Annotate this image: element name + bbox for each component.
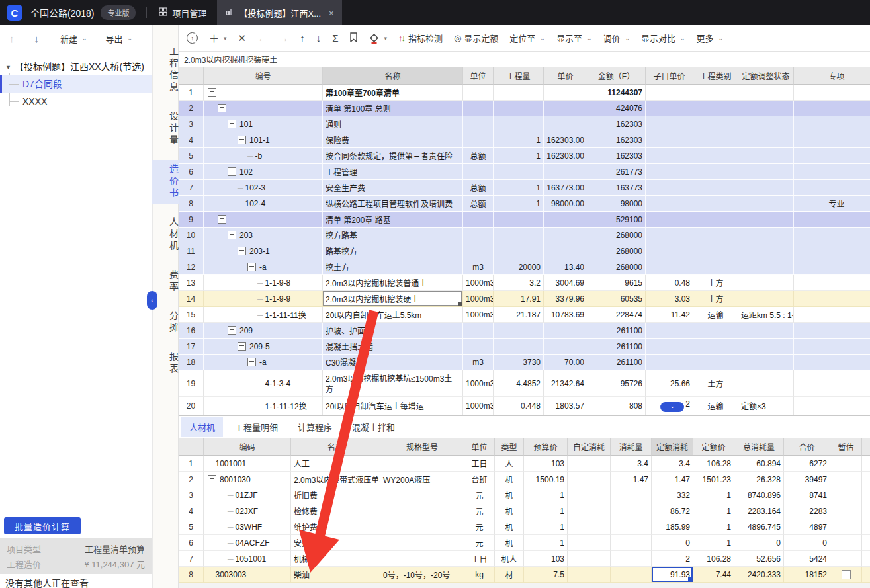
cell-sub[interactable] [646, 85, 693, 101]
cell-tcons[interactable]: 0 [734, 535, 784, 551]
cell-est[interactable] [830, 535, 862, 551]
cell-code[interactable]: ─102-4 [204, 196, 323, 212]
cell-sub[interactable]: 11.42 [646, 307, 693, 323]
cell-adj[interactable] [738, 291, 794, 307]
cell-amt[interactable]: 60535 [587, 291, 646, 307]
cell-est[interactable] [830, 519, 862, 535]
table-row[interactable]: 2清单 第100章 总则424076 [179, 101, 870, 116]
cell-cons[interactable]: 3.4 [611, 456, 652, 472]
cell-code[interactable]: ─3003003 [204, 567, 291, 583]
collapse-icon[interactable] [208, 475, 216, 483]
side-tab-labor-material[interactable]: 人材机 [152, 213, 179, 257]
cell-qprice[interactable]: 1501.23 [693, 472, 734, 487]
column-header[interactable]: 单价 [544, 67, 587, 85]
cell-code[interactable]: ─1001001 [204, 456, 291, 472]
cell-name[interactable]: 2.0m3以内挖掘机挖装普通土 [323, 275, 463, 291]
cell-name[interactable]: 通则 [323, 116, 463, 132]
cell-budget[interactable]: 1 [524, 503, 568, 519]
cell-n[interactable]: 3 [179, 116, 204, 132]
table-row[interactable]: 9清单 第200章 路基529100 [179, 212, 870, 228]
cell-unit[interactable] [463, 212, 494, 228]
compare-button[interactable]: 显示对比⌄ [641, 32, 685, 44]
cell-unit[interactable]: 元 [464, 519, 495, 535]
cell-selfc[interactable] [568, 519, 611, 535]
cell-qty[interactable]: 0.448 [494, 397, 544, 415]
cell-price[interactable]: 98000.00 [544, 196, 587, 212]
cell-n[interactable]: 12 [179, 259, 204, 275]
tree-item-contract[interactable]: D7合同段 [0, 75, 152, 93]
cell-name[interactable]: 2.0m3以内挖掘机挖装硬土 [323, 291, 463, 307]
cell-cat[interactable]: 土方 [693, 291, 738, 307]
cell-amt[interactable]: 261100 [587, 355, 646, 370]
cell-amt[interactable]: 424076 [587, 101, 646, 116]
cell-budget[interactable]: 7.5 [524, 567, 568, 583]
collapse-icon[interactable] [238, 247, 246, 255]
table-row[interactable]: 11203-1路基挖方268000 [179, 243, 870, 259]
cell-unit[interactable]: 工日 [464, 551, 495, 567]
cell-code[interactable]: ─4-1-3-4 [204, 370, 323, 397]
dropdown-badge[interactable]: ⌄ [660, 402, 684, 412]
cell-amt[interactable]: 268000 [587, 228, 646, 243]
cell-sub[interactable] [646, 355, 693, 370]
cell-selfc[interactable] [568, 487, 611, 503]
cell-unit[interactable]: 1000m3 [463, 370, 494, 397]
table-row[interactable]: 14─1-1-9-92.0m3以内挖掘机挖装硬土1000m317.913379.… [179, 291, 870, 307]
cell-cat[interactable] [693, 180, 738, 196]
tab-calc-program[interactable]: 计算程序 [290, 417, 340, 437]
column-header[interactable]: 总消耗量 [734, 438, 784, 456]
collapse-icon[interactable] [247, 358, 256, 366]
cell-price[interactable]: 163773.00 [544, 180, 587, 196]
cell-sub[interactable] [646, 148, 693, 164]
cell-price[interactable] [544, 212, 587, 228]
cell-qty[interactable] [494, 212, 544, 228]
cell-amt[interactable]: 162303 [587, 116, 646, 132]
show-to-button[interactable]: 显示至⌄ [556, 32, 592, 44]
column-header[interactable]: 定额价 [693, 438, 734, 456]
cell-sub[interactable] [646, 243, 693, 259]
cell-cat[interactable] [693, 339, 738, 355]
cell-ext[interactable] [794, 180, 870, 196]
cell-qcons[interactable]: 0 [652, 535, 693, 551]
cell-cat[interactable] [693, 132, 738, 148]
column-header[interactable]: 工程量 [494, 67, 544, 85]
table-row[interactable]: 15─1-1-11-11换20t以内自卸汽车运土5.5km1000m321.18… [179, 307, 870, 323]
collapse-icon[interactable] [228, 231, 236, 239]
table-row[interactable]: 12-a挖土方m32000013.40268000 [179, 259, 870, 275]
cell-qty[interactable] [494, 323, 544, 339]
cell-amt[interactable]: 9615 [587, 275, 646, 291]
table-row[interactable]: 7─102-3安全生产费总额1163773.00163773 [179, 180, 870, 196]
cell-n[interactable]: 6 [179, 164, 204, 180]
cell-ext[interactable] [794, 397, 870, 415]
cell-unit[interactable] [463, 323, 494, 339]
column-header[interactable]: 定额调整状态 [738, 67, 794, 85]
cell-adj[interactable] [738, 116, 794, 132]
cell-sub[interactable] [646, 212, 693, 228]
table-row[interactable]: 4101-1保险费1162303.00162303 [179, 132, 870, 148]
table-row[interactable]: 6─04ACFZF安拆辅助费元机10100 [179, 535, 870, 551]
cell-adj[interactable] [738, 355, 794, 370]
cell-adj[interactable] [738, 148, 794, 164]
table-row[interactable]: 17209-5混凝土挡土墙261100 [179, 339, 870, 355]
cell-amt[interactable]: 11244307 [587, 85, 646, 101]
cell-unit[interactable] [463, 85, 494, 101]
side-tab-design-qty[interactable]: 设计量 [152, 107, 179, 151]
collapse-panel-button[interactable]: ‹ [147, 291, 157, 310]
column-header[interactable]: 名称 [291, 438, 380, 456]
table-row[interactable]: 1─1001001人工工日人1033.43.4106.2860.8946272 [179, 456, 870, 472]
table-row[interactable]: 6102工程管理261773 [179, 164, 870, 180]
column-header[interactable]: 单位 [463, 67, 494, 85]
cell-code[interactable]: ─1-1-9-9 [204, 291, 323, 307]
cell-qty[interactable] [494, 101, 544, 116]
cell-qty[interactable]: 3730 [494, 355, 544, 370]
cell-price[interactable]: 10783.69 [544, 307, 587, 323]
cell-n[interactable]: 2 [179, 472, 204, 487]
cell-adj[interactable] [738, 101, 794, 116]
cell-price[interactable] [544, 164, 587, 180]
cell-cat[interactable] [693, 101, 738, 116]
cell-price[interactable] [544, 339, 587, 355]
cell-ext[interactable] [794, 243, 870, 259]
cell-name[interactable]: 路基挖方 [323, 243, 463, 259]
cell-tcons[interactable]: 2283.164 [734, 503, 784, 519]
table-row[interactable]: 16209护坡、护面墙261100 [179, 323, 870, 339]
cell-qty[interactable] [494, 339, 544, 355]
